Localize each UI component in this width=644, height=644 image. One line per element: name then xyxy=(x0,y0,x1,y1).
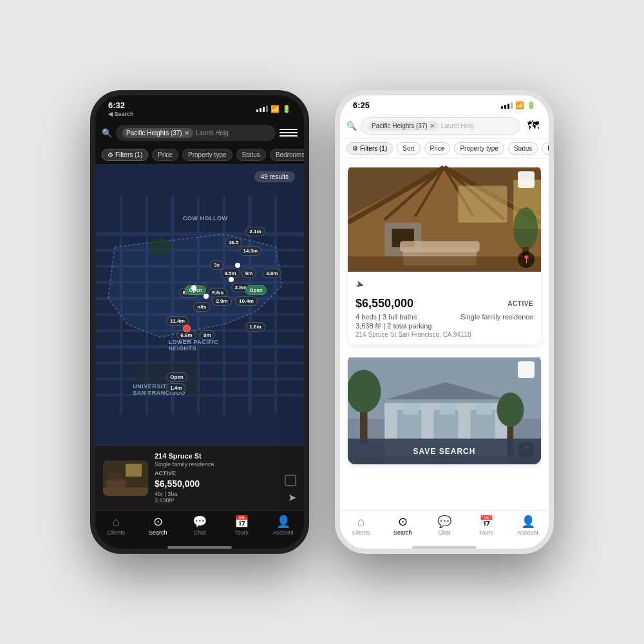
listing-1-save-btn[interactable] xyxy=(518,171,535,188)
listing-card-1[interactable]: 📍 ➤ $6,550,000 ACTIVE 4 beds | 3 f xyxy=(348,165,541,345)
chat-icon: 💬 xyxy=(193,516,207,527)
svg-point-40 xyxy=(513,207,538,251)
filter-chip-price[interactable]: Price xyxy=(152,149,178,161)
menu-icon-left[interactable] xyxy=(279,124,298,142)
clients-icon: ⌂ xyxy=(113,516,120,527)
filter-chip-proptype-right[interactable]: Property type xyxy=(454,142,504,155)
pin-3x[interactable]: 3x xyxy=(210,260,223,270)
filter-label-r4: Property type xyxy=(460,145,498,152)
nav-search-left[interactable]: ⊙ Search xyxy=(142,516,174,536)
save-search-overlay[interactable]: SAVE SEARCH xyxy=(348,439,541,464)
filter-chip-status-right[interactable]: Status xyxy=(508,142,538,155)
nav-tours-right[interactable]: 📅 Tours xyxy=(470,516,502,536)
filter-chip-proptype[interactable]: Property type xyxy=(182,149,232,161)
account-icon-right: 👤 xyxy=(521,516,535,527)
right-phone: 6:25 📶 🔋 🔍 Pacific Heights (37) ✕ xyxy=(335,90,554,554)
nav-clients-right[interactable]: ⌂ Clients xyxy=(345,516,377,536)
nav-search-right[interactable]: ⊙ Search xyxy=(386,516,419,536)
pin-1-4m[interactable]: Open xyxy=(166,372,187,382)
nav-chat-right[interactable]: 💬 Chat xyxy=(428,516,460,536)
svg-rect-53 xyxy=(384,399,507,403)
share-icon[interactable]: ➤ xyxy=(288,491,296,504)
listing-1-info: $6,550,000 ACTIVE 4 beds | 3 full baths … xyxy=(348,290,541,345)
save-checkbox[interactable] xyxy=(285,475,296,486)
search-area-right: 🔍 Pacific Heights (37) ✕ Laurel Heig 🗺 xyxy=(340,113,549,139)
listing-2-save-btn[interactable] xyxy=(518,361,535,378)
filter-chip-bedrooms[interactable]: Bedrooms xyxy=(270,149,304,161)
listing-card-2[interactable]: 📍 SAVE SEARCH xyxy=(348,355,541,464)
pin-2-1m[interactable]: 2.1m xyxy=(245,227,265,236)
home-indicator-right xyxy=(412,546,477,549)
filter-bar-left: ⚙ Filters (1) Price Property type Status… xyxy=(95,146,304,165)
filter-chip-status[interactable]: Status xyxy=(236,149,266,161)
nav-chat-left[interactable]: 💬 Chat xyxy=(184,516,216,536)
status-icons-left: 📶 🔋 xyxy=(256,105,291,113)
wifi-icon-right: 📶 xyxy=(515,101,524,109)
nav-account-left[interactable]: 👤 Account xyxy=(267,516,299,536)
pin-9m-2[interactable]: 9m xyxy=(200,330,215,340)
back-label[interactable]: ◀ Search xyxy=(108,111,134,117)
pin-16-5[interactable]: 16.5 xyxy=(225,238,243,247)
property-card-bottom[interactable]: 214 Spruce St Single family residence AC… xyxy=(95,445,304,510)
scene: 6:32 ◀ Search 📶 🔋 🔍 Pacific Heights (37) xyxy=(0,0,644,644)
listing-1-location-pin[interactable]: 📍 xyxy=(518,251,535,268)
filter-chip-sort[interactable]: Sort xyxy=(397,142,420,155)
listing-1-beds-baths: 4 beds | 3 full baths xyxy=(355,313,417,321)
svg-rect-33 xyxy=(458,186,507,223)
label-lower-pacific: LOWER PACIFICHEIGHTS xyxy=(168,339,218,352)
filter-label-3: Property type xyxy=(188,151,226,158)
battery-icon: 🔋 xyxy=(282,105,291,113)
chat-label: Chat xyxy=(193,529,205,536)
filter-chip-price-right[interactable]: Price xyxy=(424,142,451,155)
tag-pacific-heights[interactable]: Pacific Heights (37) ✕ xyxy=(122,128,193,138)
svg-rect-38 xyxy=(400,241,480,252)
filter-label-r2: Sort xyxy=(402,145,414,152)
tag-text-right: Pacific Heights (37) xyxy=(372,122,428,129)
tag-pacific-right[interactable]: Pacific Heights (37) ✕ xyxy=(368,121,439,131)
status-bar-right: 6:25 📶 🔋 xyxy=(340,95,549,113)
listing-1-share-icon[interactable]: ➤ xyxy=(354,278,365,292)
label-cow-hollow: COW HOLLOW xyxy=(183,215,228,222)
save-search-text: SAVE SEARCH xyxy=(413,447,476,456)
account-icon: 👤 xyxy=(276,516,290,527)
results-count: 49 results xyxy=(261,173,289,180)
map-toggle-btn[interactable]: 🗺 xyxy=(524,117,542,135)
signal-icon-right xyxy=(501,102,513,109)
svg-rect-52 xyxy=(477,404,492,415)
clients-label: Clients xyxy=(108,529,126,536)
pin-3-8m[interactable]: 3.8m xyxy=(262,269,281,278)
search-icon-left: 🔍 xyxy=(102,128,112,138)
filter-chip-bedro[interactable]: Bedro xyxy=(542,142,549,155)
tag-close-icon[interactable]: ✕ xyxy=(184,129,189,137)
status-bar-left: 6:32 ◀ Search 📶 🔋 xyxy=(95,95,304,120)
pin-1-6m[interactable]: 1.6m xyxy=(245,322,265,332)
search-nav-label-right: Search xyxy=(393,529,412,536)
pin-nits[interactable]: nits xyxy=(193,302,210,312)
svg-point-19 xyxy=(148,238,171,256)
pin-14-3m[interactable]: 14.3m xyxy=(240,246,262,256)
listing-1-address: 214 Spruce St San Francisco, CA 94118 xyxy=(355,331,533,338)
pin-10-4m[interactable]: 10.4m xyxy=(235,296,258,306)
filter-label-5: Bedrooms xyxy=(276,151,304,158)
filter-chip-filters[interactable]: ⚙ Filters (1) xyxy=(102,149,148,161)
listing-image-1: 📍 xyxy=(348,165,541,274)
pin-open-1-4m[interactable]: 1.4m xyxy=(166,383,185,393)
filter-chip-filters-right[interactable]: ⚙ Filters (1) xyxy=(346,142,393,155)
filter-label-r3: Price xyxy=(430,145,445,152)
tag-close-right[interactable]: ✕ xyxy=(430,122,435,129)
pin-highlight[interactable] xyxy=(183,325,191,332)
pin-9m-1[interactable]: 9m xyxy=(242,269,257,278)
listings-area[interactable]: 📍 ➤ $6,550,000 ACTIVE 4 beds | 3 f xyxy=(340,158,549,510)
map-container[interactable]: COW HOLLOW LOWER PACIFICHEIGHTS Universi… xyxy=(95,165,304,445)
card-baths: 3ba xyxy=(167,491,177,497)
search-pill-right[interactable]: Pacific Heights (37) ✕ Laurel Heig xyxy=(361,117,520,135)
nav-clients-left[interactable]: ⌂ Clients xyxy=(100,516,132,536)
svg-point-56 xyxy=(497,393,524,427)
card-status: ACTIVE xyxy=(155,470,200,477)
svg-rect-50 xyxy=(403,404,419,415)
nav-tours-left[interactable]: 📅 Tours xyxy=(225,516,258,536)
pin-2-9m[interactable]: 2.9m xyxy=(212,296,231,306)
nav-account-right[interactable]: 👤 Account xyxy=(512,516,544,536)
pin-open-2[interactable]: Open xyxy=(245,285,266,295)
search-pill-left[interactable]: Pacific Heights (37) ✕ Laurel Heig xyxy=(116,125,276,141)
